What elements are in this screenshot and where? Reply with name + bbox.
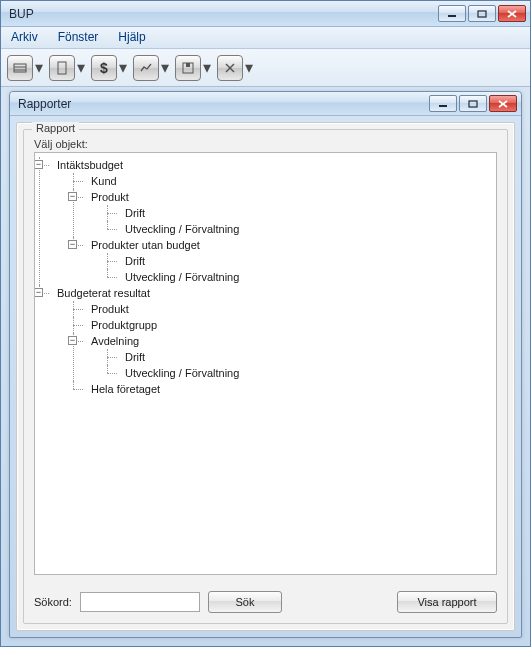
tree-node-budgeterat-resultat[interactable]: − Budgeterat resultat Produkt Produktgru… <box>39 285 496 397</box>
tree-label[interactable]: Budgeterat resultat <box>55 285 152 301</box>
minimize-icon <box>438 100 448 108</box>
toolbar-btn-dollar[interactable]: $ ▾ <box>91 54 129 82</box>
toolbar-btn-chart[interactable]: ▾ <box>133 54 171 82</box>
chevron-down-icon[interactable]: ▾ <box>201 55 213 81</box>
menu-fonster[interactable]: Fönster <box>48 27 109 48</box>
reports-title: Rapporter <box>18 97 71 111</box>
tree-node-intaktsbudget[interactable]: − Intäktsbudget Kund − Produkt <box>39 157 496 285</box>
reports-minimize-button[interactable] <box>429 95 457 112</box>
tree-node-hela-foretaget[interactable]: Hela företaget <box>73 381 496 397</box>
svg-rect-13 <box>469 101 477 107</box>
svg-rect-7 <box>58 62 66 74</box>
reports-window: Rapporter Rapport Välj objekt: <box>9 91 522 638</box>
tree-label[interactable]: Produkt <box>89 189 131 205</box>
tree-node-produkter-utan-budget[interactable]: − Produkter utan budget Drift Utveckling… <box>73 237 496 285</box>
reports-body: Rapport Välj objekt: − Intäktsbudget Kun… <box>16 122 515 631</box>
chevron-down-icon[interactable]: ▾ <box>117 55 129 81</box>
chevron-down-icon[interactable]: ▾ <box>243 55 255 81</box>
tree-label[interactable]: Utveckling / Förvaltning <box>123 221 241 237</box>
toolbar-btn-tools[interactable]: ▾ <box>217 54 255 82</box>
toolbar: ▾ ▾ $ ▾ ▾ ▾ ▾ <box>1 49 530 87</box>
reports-maximize-button[interactable] <box>459 95 487 112</box>
reports-window-controls <box>429 95 517 112</box>
tree-node-kund[interactable]: Kund <box>73 173 496 189</box>
minus-icon[interactable]: − <box>34 288 43 297</box>
close-icon <box>498 100 508 108</box>
search-button[interactable]: Sök <box>208 591 282 613</box>
disk-icon <box>175 55 201 81</box>
minus-icon[interactable]: − <box>68 240 77 249</box>
search-row: Sökord: Sök Visa rapport <box>24 585 507 623</box>
app-title: BUP <box>9 7 34 21</box>
reports-titlebar: Rapporter <box>10 92 521 116</box>
tree-node-drift[interactable]: Drift <box>107 253 496 269</box>
document-icon <box>49 55 75 81</box>
rapport-group-label: Rapport <box>32 122 79 134</box>
report-tree[interactable]: − Intäktsbudget Kund − Produkt <box>34 152 497 575</box>
tree-node-drift[interactable]: Drift <box>107 349 496 365</box>
tree-label[interactable]: Produkt <box>89 301 131 317</box>
tree-label[interactable]: Utveckling / Förvaltning <box>123 365 241 381</box>
tree-node-produktgrupp[interactable]: Produktgrupp <box>73 317 496 333</box>
app-window-controls <box>438 5 526 22</box>
close-icon <box>507 10 517 18</box>
minimize-icon <box>447 10 457 18</box>
chevron-down-icon[interactable]: ▾ <box>75 55 87 81</box>
tree-label[interactable]: Drift <box>123 205 147 221</box>
chart-icon <box>133 55 159 81</box>
tree-label[interactable]: Produktgrupp <box>89 317 159 333</box>
maximize-button[interactable] <box>468 5 496 22</box>
rapport-groupbox: Rapport Välj objekt: − Intäktsbudget Kun… <box>23 129 508 624</box>
search-label: Sökord: <box>34 596 72 608</box>
toolbar-btn-disk[interactable]: ▾ <box>175 54 213 82</box>
tree-node-produkt[interactable]: − Produkt Drift Utveckling / Förvaltning <box>73 189 496 237</box>
minimize-button[interactable] <box>438 5 466 22</box>
chevron-down-icon[interactable]: ▾ <box>33 55 45 81</box>
chevron-down-icon[interactable]: ▾ <box>159 55 171 81</box>
tree-label[interactable]: Kund <box>89 173 119 189</box>
tree-node-avdelning[interactable]: − Avdelning Drift Utveckling / Förvaltni… <box>73 333 496 381</box>
svg-rect-4 <box>14 64 26 72</box>
dollar-icon: $ <box>91 55 117 81</box>
tools-icon <box>217 55 243 81</box>
tree-node-utveckling[interactable]: Utveckling / Förvaltning <box>107 365 496 381</box>
minus-icon[interactable]: − <box>34 160 43 169</box>
app-titlebar: BUP <box>1 1 530 27</box>
tree-node-drift[interactable]: Drift <box>107 205 496 221</box>
tree-label[interactable]: Drift <box>123 253 147 269</box>
toolbar-btn-doc[interactable]: ▾ <box>49 54 87 82</box>
tree-node-utveckling[interactable]: Utveckling / Förvaltning <box>107 269 496 285</box>
tree-label[interactable]: Intäktsbudget <box>55 157 125 173</box>
tree-label[interactable]: Drift <box>123 349 147 365</box>
tree-label[interactable]: Avdelning <box>89 333 141 349</box>
toolbar-btn-grid[interactable]: ▾ <box>7 54 45 82</box>
minus-icon[interactable]: − <box>68 192 77 201</box>
tree-node-produkt[interactable]: Produkt <box>73 301 496 317</box>
tree-node-utveckling[interactable]: Utveckling / Förvaltning <box>107 221 496 237</box>
svg-rect-9 <box>186 63 190 67</box>
grid-icon <box>7 55 33 81</box>
select-object-label: Välj objekt: <box>24 130 507 152</box>
close-button[interactable] <box>498 5 526 22</box>
search-input[interactable] <box>80 592 200 612</box>
reports-close-button[interactable] <box>489 95 517 112</box>
menu-bar: Arkiv Fönster Hjälp <box>1 27 530 49</box>
maximize-icon <box>468 100 478 108</box>
app-window: BUP Arkiv Fönster Hjälp ▾ <box>0 0 531 647</box>
tree-label[interactable]: Produkter utan budget <box>89 237 202 253</box>
menu-arkiv[interactable]: Arkiv <box>1 27 48 48</box>
tree-label[interactable]: Hela företaget <box>89 381 162 397</box>
maximize-icon <box>477 10 487 18</box>
minus-icon[interactable]: − <box>68 336 77 345</box>
mdi-client-area: Rapporter Rapport Välj objekt: <box>1 87 530 646</box>
show-report-button[interactable]: Visa rapport <box>397 591 497 613</box>
tree-label[interactable]: Utveckling / Förvaltning <box>123 269 241 285</box>
menu-hjalp[interactable]: Hjälp <box>108 27 155 48</box>
svg-rect-1 <box>478 11 486 17</box>
